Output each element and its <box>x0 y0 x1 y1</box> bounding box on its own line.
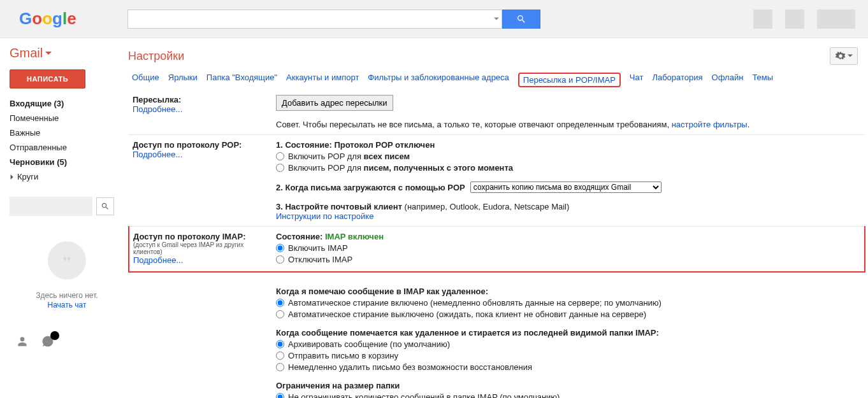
nav-drafts[interactable]: Черновики (5) <box>10 155 124 169</box>
search-input[interactable] <box>127 10 491 29</box>
folder-nolimit-radio[interactable] <box>276 393 284 398</box>
chevron-down-icon <box>45 50 52 57</box>
notifications-icon[interactable] <box>785 10 804 29</box>
pop-enable-all-row: Включить POP для всех писем <box>276 152 861 161</box>
pop-enable-now-row: Включить POP для писем, полученных с это… <box>276 163 861 173</box>
gmail-menu[interactable]: Gmail <box>10 46 124 60</box>
contact-search-row <box>10 197 124 216</box>
pop-action-select[interactable]: сохранить копию письма во входящих Gmail <box>470 181 662 193</box>
pop-enable-all-radio[interactable] <box>276 152 284 160</box>
tab-labels[interactable]: Ярлыки <box>168 73 198 87</box>
sidebar: Gmail НАПИСАТЬ Входящие (3) Помеченные В… <box>0 38 124 398</box>
expunge-delete-radio[interactable] <box>276 363 284 371</box>
nav-important[interactable]: Важные <box>10 125 124 140</box>
tab-inbox[interactable]: Папка "Входящие" <box>206 73 277 87</box>
pop-enable-now-radio[interactable] <box>276 164 284 172</box>
tab-chat[interactable]: Чат <box>630 73 644 87</box>
search-button[interactable] <box>502 10 540 29</box>
tab-general[interactable]: Общие <box>132 73 159 87</box>
imap-status-value: IMAP включен <box>325 232 384 241</box>
search-container <box>127 10 540 29</box>
nav-circles[interactable]: Круги <box>10 169 124 184</box>
contacts-icon[interactable] <box>16 335 29 348</box>
tab-labs[interactable]: Лаборатория <box>652 73 702 87</box>
nav-sent[interactable]: Отправленные <box>10 140 124 155</box>
imap-more-link[interactable]: Подробнее... <box>133 255 183 265</box>
tab-themes[interactable]: Темы <box>752 73 773 87</box>
imap-title: Доступ по протоколу IMAP: <box>133 232 268 241</box>
tab-offline[interactable]: Офлайн <box>712 73 744 87</box>
user-chip[interactable] <box>10 197 92 216</box>
badge <box>50 331 59 340</box>
apps-icon[interactable] <box>753 10 772 29</box>
forwarding-tip: Совет. Чтобы пересылать не все письма, а… <box>276 120 861 129</box>
imap-enable-radio[interactable] <box>276 244 284 252</box>
tab-forwarding-pop-imap[interactable]: Пересылка и POP/IMAP <box>518 73 621 87</box>
chevron-right-icon <box>10 174 15 180</box>
top-bar-right <box>753 10 868 29</box>
chevron-down-icon <box>848 53 853 59</box>
hangouts-tab-icon[interactable] <box>41 335 54 350</box>
page-title: Настройки <box>128 50 184 63</box>
auto-expunge-off-radio[interactable] <box>276 310 284 318</box>
google-logo[interactable]: Google <box>19 9 127 29</box>
expunge-archive-radio[interactable] <box>276 340 284 348</box>
gmail-label: Gmail <box>10 46 43 60</box>
pop-more-link[interactable]: Подробнее... <box>133 150 182 159</box>
nav-list: Входящие (3) Помеченные Важные Отправлен… <box>10 96 124 184</box>
main-content: Настройки Общие Ярлыки Папка "Входящие" … <box>124 38 868 398</box>
forwarding-more-link[interactable]: Подробнее... <box>133 104 182 114</box>
section-forwarding: Пересылка: Подробнее... Добавить адрес п… <box>129 90 865 135</box>
configure-filters-link[interactable]: настройте фильтры <box>672 120 748 129</box>
add-forwarding-button[interactable]: Добавить адрес пересылки <box>276 95 393 111</box>
pop-instructions-link[interactable]: Инструкции по настройке <box>276 211 373 221</box>
chevron-down-icon <box>494 17 499 22</box>
footer-icons <box>10 335 124 350</box>
settings-body: Пересылка: Подробнее... Добавить адрес п… <box>128 90 865 398</box>
imap-subtitle: (доступ к Gmail через IMAP из других кли… <box>133 241 268 255</box>
compose-button[interactable]: НАПИСАТЬ <box>10 69 85 89</box>
tab-accounts[interactable]: Аккаунты и импорт <box>286 73 359 87</box>
forwarding-title: Пересылка: <box>133 95 268 104</box>
tab-filters[interactable]: Фильтры и заблокированные адреса <box>368 73 509 87</box>
top-bar: Google <box>0 0 868 38</box>
section-imap-highlight: Доступ по протоколу IMAP: (доступ к Gmai… <box>129 227 865 273</box>
folder-limit-heading: Ограничения на размер папки <box>276 381 861 390</box>
auto-expunge-on-radio[interactable] <box>276 299 284 307</box>
settings-tabs: Общие Ярлыки Папка "Входящие" Аккаунты и… <box>128 73 865 87</box>
hangouts-start-link[interactable]: Начать чат <box>48 301 87 309</box>
nav-starred[interactable]: Помеченные <box>10 111 124 125</box>
hangouts-icon <box>48 241 86 280</box>
hangouts-empty-text: Здесь ничего нет. <box>10 291 124 300</box>
section-imap-rest: Когда я помечаю сообщение в IMAP как уда… <box>129 272 865 398</box>
hangouts-panel: Здесь ничего нет. Начать чат <box>10 241 124 309</box>
account-avatar[interactable] <box>817 10 855 29</box>
search-dropdown[interactable] <box>491 10 502 29</box>
imap-expunge-heading: Когда сообщение помечается как удаленное… <box>276 328 861 338</box>
pop-download-label: 2. Когда письма загружаются с помощью PO… <box>276 183 465 192</box>
imap-delete-heading: Когда я помечаю сообщение в IMAP как уда… <box>276 287 861 296</box>
section-pop: Доступ по протоколу POP: Подробнее... 1.… <box>129 135 865 227</box>
expunge-trash-radio[interactable] <box>276 352 284 360</box>
search-icon <box>516 14 526 24</box>
contact-search-button[interactable] <box>96 197 114 215</box>
nav-inbox[interactable]: Входящие (3) <box>10 96 124 111</box>
pop-configure-label: 3. Настройте почтовый клиент <box>276 202 402 211</box>
main-header: Настройки <box>128 47 865 65</box>
settings-gear-button[interactable] <box>830 47 858 65</box>
gear-icon <box>835 51 846 61</box>
pop-title: Доступ по протоколу POP: <box>133 140 268 150</box>
imap-disable-radio[interactable] <box>276 255 284 264</box>
search-icon <box>101 202 110 211</box>
